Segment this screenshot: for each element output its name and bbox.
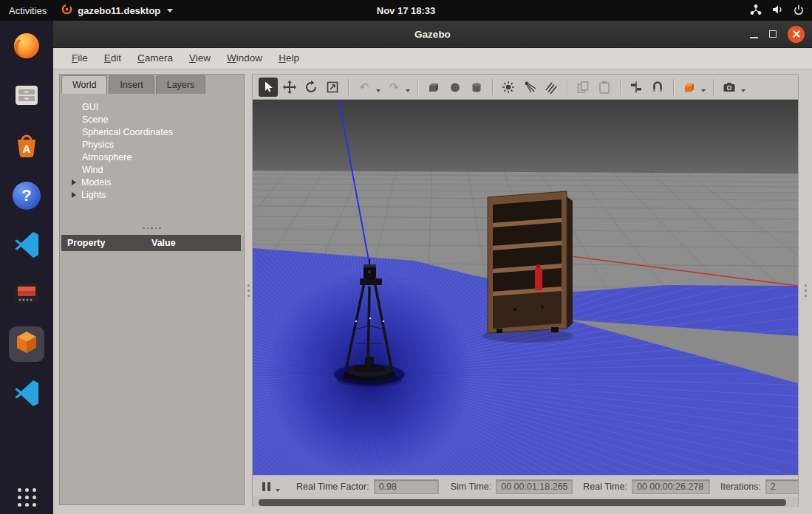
desktop: Activities gazebo11.desktop Nov 17 18:33 — [0, 0, 812, 514]
title-bar[interactable]: Gazebo — [53, 21, 812, 48]
directional-light-button[interactable] — [542, 78, 561, 97]
show-applications-button[interactable] — [0, 488, 53, 507]
grid-icon — [18, 488, 36, 507]
files-icon — [12, 80, 41, 113]
dock-item-ubuntu-software[interactable]: A — [9, 128, 44, 164]
rtf-label: Real Time Factor: — [296, 482, 369, 492]
redo-history-caret[interactable] — [406, 89, 410, 92]
dock-item-media-player[interactable] — [9, 277, 44, 312]
vscode-icon — [12, 377, 41, 410]
scale-tool-button[interactable] — [323, 78, 342, 97]
scrollbar-thumb[interactable] — [259, 499, 786, 506]
menu-edit[interactable]: Edit — [96, 48, 129, 69]
gazebo-window: Gazebo File Edit Camera View Window Help… — [53, 21, 812, 514]
firefox-icon — [12, 31, 41, 64]
point-light-button[interactable] — [499, 78, 518, 97]
menu-bar: File Edit Camera View Window Help — [53, 48, 812, 69]
building-editor-caret[interactable] — [701, 89, 706, 92]
step-caret[interactable] — [276, 489, 280, 492]
screenshot-caret[interactable] — [741, 89, 746, 92]
dock-item-help[interactable]: ? — [9, 178, 44, 213]
app-menu[interactable]: gazebo11.desktop — [61, 4, 173, 17]
redo-button[interactable]: ↷ — [384, 78, 403, 97]
dock-item-firefox[interactable] — [9, 30, 44, 65]
3d-scene[interactable] — [253, 100, 798, 475]
window-title: Gazebo — [53, 21, 812, 47]
vscode-icon — [12, 229, 41, 261]
real-time-field[interactable]: 00 00:00:26.278 — [632, 479, 710, 494]
menu-camera[interactable]: Camera — [129, 48, 181, 69]
red-object — [535, 268, 542, 290]
tree-item-models[interactable]: Models — [60, 176, 244, 188]
screenshot-button[interactable] — [720, 78, 739, 97]
cylinder-button[interactable] — [467, 78, 486, 97]
copy-button[interactable] — [573, 78, 593, 97]
bookshelf-model — [482, 191, 573, 343]
tree-item-scene[interactable]: Scene — [60, 113, 244, 126]
iterations-label: Iterations: — [720, 482, 761, 492]
panel-splitter[interactable] — [245, 74, 252, 507]
property-table-body[interactable] — [60, 251, 244, 504]
menu-help[interactable]: Help — [270, 48, 307, 69]
pause-button[interactable] — [260, 480, 273, 493]
translate-tool-button[interactable] — [280, 78, 299, 97]
gazebo-app-icon — [61, 4, 72, 17]
svg-text:A: A — [23, 143, 31, 155]
menu-file[interactable]: File — [64, 48, 96, 69]
volume-icon[interactable] — [771, 4, 783, 18]
right-panel-splitter[interactable] — [799, 74, 812, 507]
tab-world[interactable]: World — [61, 75, 107, 94]
network-icon[interactable] — [750, 4, 762, 18]
expand-arrow-icon[interactable] — [72, 192, 76, 198]
rotate-tool-button[interactable] — [301, 78, 321, 97]
activities-button[interactable]: Activities — [9, 5, 47, 16]
snap-button[interactable] — [648, 78, 667, 97]
box-button[interactable] — [424, 78, 443, 97]
menu-window[interactable]: Window — [219, 48, 270, 69]
menu-view[interactable]: View — [181, 48, 219, 69]
ubuntu-software-icon: A — [12, 130, 41, 162]
spot-light-button[interactable] — [520, 78, 539, 97]
tree-item-gui[interactable]: GUI — [60, 100, 244, 113]
dock-item-vscode-2[interactable] — [9, 376, 44, 411]
dock-item-vscode[interactable] — [9, 227, 44, 263]
media-player-icon — [12, 278, 41, 311]
horizontal-scrollbar[interactable] — [253, 497, 798, 507]
property-column-header: Property — [61, 238, 151, 248]
rtf-field[interactable]: 0.98 — [374, 479, 439, 494]
maximize-button[interactable] — [769, 30, 777, 38]
minimize-button[interactable] — [750, 37, 758, 38]
undo-history-caret[interactable] — [376, 89, 381, 92]
iterations-field[interactable]: 2 — [765, 479, 798, 494]
sim-time-label: Sim Time: — [451, 482, 492, 492]
tree-property-splitter[interactable] — [60, 222, 244, 234]
value-column-header: Value — [151, 238, 176, 248]
tree-item-wind[interactable]: Wind — [60, 163, 244, 176]
tree-item-atmosphere[interactable]: Atmosphere — [60, 151, 244, 163]
world-tree: GUI Scene Spherical Coordinates Physics … — [60, 94, 244, 206]
tree-item-physics[interactable]: Physics — [60, 138, 244, 151]
sim-time-field[interactable]: 00 00:01:18.265 — [496, 479, 573, 494]
tab-insert[interactable]: Insert — [109, 75, 154, 94]
expand-arrow-icon[interactable] — [72, 179, 76, 185]
sphere-button[interactable] — [446, 78, 465, 97]
clock[interactable]: Nov 17 18:33 — [377, 0, 436, 21]
dock: A ? — [0, 21, 53, 514]
dock-item-files[interactable] — [9, 79, 44, 114]
undo-button[interactable]: ↶ — [355, 78, 374, 97]
panel-tabs: World Insert Layers — [60, 75, 244, 94]
property-table-header: Property Value — [61, 235, 241, 251]
paste-button[interactable] — [595, 78, 614, 97]
tab-layers[interactable]: Layers — [156, 75, 206, 94]
align-button[interactable] — [627, 78, 646, 97]
power-icon[interactable] — [793, 4, 805, 18]
real-time-label: Real Time: — [583, 482, 627, 492]
world-panel: World Insert Layers GUI Scene Spherical … — [59, 74, 245, 505]
tree-item-spherical-coordinates[interactable]: Spherical Coordinates — [60, 126, 244, 138]
render-viewport: ↶ ↷ — [252, 74, 799, 507]
close-button[interactable] — [788, 26, 805, 43]
select-tool-button[interactable] — [259, 78, 278, 97]
dock-item-gazebo[interactable] — [9, 326, 44, 362]
building-editor-button[interactable] — [680, 78, 699, 97]
tree-item-lights[interactable]: Lights — [60, 188, 244, 201]
